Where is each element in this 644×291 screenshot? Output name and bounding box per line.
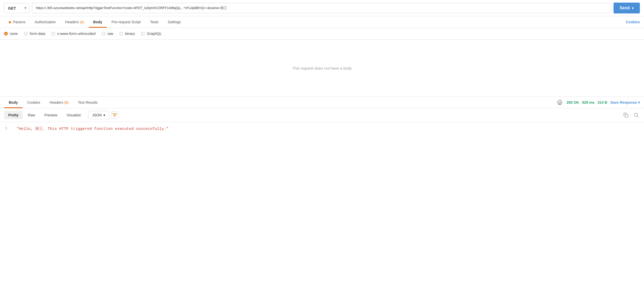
- filter-icon[interactable]: [111, 111, 118, 119]
- save-response-chevron-icon: ▾: [638, 100, 640, 105]
- url-input[interactable]: [32, 3, 611, 13]
- copy-icon[interactable]: [622, 111, 630, 119]
- request-tabs-bar: Params Authorization Headers (8) Body Pr…: [0, 16, 644, 28]
- response-format-bar: Pretty Raw Preview Visualize JSON ▾: [0, 108, 644, 122]
- radio-formdata-icon: [24, 32, 28, 35]
- response-tabs-bar: Body Cookies Headers (6) Test Results 20…: [0, 97, 644, 108]
- format-select-chevron-icon: ▾: [103, 113, 105, 117]
- globe-lock-icon: [556, 99, 563, 106]
- radio-graphql-icon: [141, 32, 145, 35]
- url-bar: GET ▾ Send ▾: [0, 0, 644, 16]
- method-dropdown[interactable]: GET ▾: [4, 3, 30, 13]
- format-select-dropdown[interactable]: JSON ▾: [88, 111, 109, 119]
- resp-tab-test-results[interactable]: Test Results: [73, 97, 102, 108]
- body-option-urlencoded[interactable]: x-www-form-urlencoded: [51, 32, 96, 36]
- resp-tab-cookies[interactable]: Cookies: [22, 97, 45, 108]
- format-tab-visualize[interactable]: Visualize: [63, 111, 85, 119]
- response-action-icons: [622, 111, 640, 119]
- radio-none-icon: [4, 32, 8, 35]
- cookies-link[interactable]: Cookies: [626, 16, 640, 28]
- format-tab-raw[interactable]: Raw: [24, 111, 39, 119]
- tab-body[interactable]: Body: [89, 16, 107, 28]
- tab-headers[interactable]: Headers (8): [60, 16, 89, 28]
- save-response-button[interactable]: Save Response ▾: [610, 100, 640, 105]
- svg-point-3: [560, 103, 560, 104]
- params-dot-icon: [9, 21, 11, 23]
- response-code-area: 1 "Hello, 张三. This HTTP triggered functi…: [0, 122, 644, 135]
- code-content-1: "Hello, 张三. This HTTP triggered function…: [17, 126, 168, 131]
- response-time: 929 ms: [582, 100, 594, 105]
- code-line-1: 1 "Hello, 张三. This HTTP triggered functi…: [5, 126, 639, 131]
- search-icon[interactable]: [633, 111, 640, 119]
- svg-line-9: [637, 116, 639, 117]
- line-number-1: 1: [5, 126, 10, 130]
- send-chevron-icon: ▾: [632, 6, 634, 10]
- radio-binary-icon: [119, 32, 123, 35]
- format-tab-preview[interactable]: Preview: [40, 111, 62, 119]
- radio-raw-icon: [102, 32, 105, 35]
- empty-body-message: This request does not have a body: [0, 40, 644, 96]
- method-label: GET: [8, 6, 16, 10]
- response-status: 200 OK: [566, 100, 579, 105]
- tab-prerequest[interactable]: Pre-request Script: [107, 16, 145, 28]
- body-option-none[interactable]: none: [4, 32, 18, 36]
- tab-settings[interactable]: Settings: [163, 16, 186, 28]
- response-section: Body Cookies Headers (6) Test Results 20…: [0, 96, 644, 135]
- body-option-formdata[interactable]: form-data: [24, 32, 45, 36]
- body-option-raw[interactable]: raw: [102, 32, 113, 36]
- radio-urlencoded-icon: [51, 32, 55, 35]
- format-tab-pretty[interactable]: Pretty: [4, 111, 23, 119]
- body-option-binary[interactable]: binary: [119, 32, 135, 36]
- send-button[interactable]: Send ▾: [614, 3, 640, 13]
- tab-params[interactable]: Params: [4, 16, 30, 28]
- response-size: 314 B: [597, 100, 607, 105]
- resp-tab-body[interactable]: Body: [4, 97, 22, 108]
- tab-authorization[interactable]: Authorization: [30, 16, 60, 28]
- resp-tab-headers[interactable]: Headers (6): [45, 97, 73, 108]
- svg-rect-7: [625, 114, 628, 117]
- method-chevron-icon: ▾: [25, 6, 26, 10]
- tab-tests[interactable]: Tests: [145, 16, 163, 28]
- response-meta: 200 OK 929 ms 314 B Save Response ▾: [556, 99, 640, 106]
- body-options-bar: none form-data x-www-form-urlencoded raw…: [0, 28, 644, 40]
- body-option-graphql[interactable]: GraphQL: [141, 32, 162, 36]
- send-label: Send: [620, 6, 630, 10]
